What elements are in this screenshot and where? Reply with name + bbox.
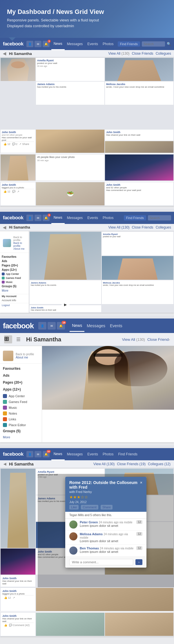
photo-couple-1[interactable]	[36, 130, 104, 153]
photo-person-4[interactable]	[105, 613, 173, 636]
photo-cocktail-1[interactable]	[105, 154, 173, 181]
msg-icon-3[interactable]: ✉	[48, 322, 56, 330]
nav-find-4[interactable]: Find Friends	[116, 448, 140, 460]
nav-news-2[interactable]: News	[51, 212, 65, 224]
fb-logo-2: facebook	[3, 215, 23, 221]
post-john-bottom-4: John Smith tagged you in a photo 👍 12 ↗	[1, 588, 35, 611]
main-photo-3	[42, 346, 174, 442]
sidebar-groups: Groups (5)	[0, 428, 42, 434]
find-friends-btn-1[interactable]: Find Friends	[118, 41, 140, 47]
view-all-2[interactable]: View All (130)	[108, 225, 129, 229]
more-link[interactable]: More	[3, 435, 39, 439]
big-photo-3	[42, 346, 174, 410]
close-friends-4[interactable]: Close Friends (19)	[117, 462, 146, 466]
sidebar-pages: Pages (20+)	[0, 379, 42, 386]
search-icon-1[interactable]: 🔍	[167, 42, 171, 46]
friend-requests-icon[interactable]: 👤	[26, 41, 33, 47]
msg-icon-2[interactable]: ✉	[35, 215, 41, 221]
comment-btn[interactable]: Comment	[81, 505, 98, 509]
grid-view-icon[interactable]: ⊞	[4, 335, 12, 343]
sidebar-place-editor[interactable]: Place Editor	[0, 422, 42, 428]
close-friends-3[interactable]: Close Friend›	[147, 337, 170, 342]
comment-count-3: 12	[136, 547, 142, 550]
friend-icon-2[interactable]: 👤	[26, 215, 33, 221]
photo-cocktail-4[interactable]	[1, 549, 35, 575]
nav-news-3[interactable]: News	[70, 320, 84, 332]
nav-events-1[interactable]: Events	[85, 38, 100, 50]
msg-icon-4[interactable]: ✉	[35, 451, 41, 457]
messages-icon[interactable]: ✉	[35, 41, 41, 47]
close-friends-btn-1[interactable]: Close Friends	[132, 51, 153, 56]
notif-icon-3[interactable]: 🔔 16	[57, 322, 65, 330]
sidebar-games-feed[interactable]: Games Feed	[0, 399, 42, 405]
modal-close-btn[interactable]: ×	[140, 480, 142, 485]
nav-msgs-4[interactable]: Messages	[65, 448, 85, 460]
avatar-2	[3, 239, 11, 247]
nav-events-2[interactable]: Events	[85, 212, 100, 224]
friend-icon-4[interactable]: 👤	[26, 451, 33, 457]
nav-news-4[interactable]: News	[51, 448, 65, 460]
photo-couple-bottom-4[interactable]	[36, 588, 173, 611]
photo-salad-1[interactable]: 🥗	[36, 182, 104, 205]
sidebar-music[interactable]: Music	[0, 405, 42, 411]
photo-girl-2[interactable]	[102, 256, 173, 280]
action-bar-1: 👍 12 💬 2 ↗ Share	[2, 141, 34, 146]
notif-icon-2[interactable]: 🔔 3	[43, 215, 50, 221]
collegues-4[interactable]: Collegues (12)	[148, 462, 171, 466]
hero-title: My Dashboard / News Grid View	[7, 8, 167, 16]
view-all-3[interactable]: View All (130)	[122, 337, 145, 342]
nav-photos-1[interactable]: Photos	[100, 38, 116, 50]
photo-nature-4[interactable]	[36, 613, 104, 636]
nav-photos-2[interactable]: Photos	[100, 212, 116, 224]
sidebar-links[interactable]: Links	[0, 416, 42, 422]
nav-photos-4[interactable]: Photos	[100, 448, 116, 460]
photo-big-woman-2[interactable]	[30, 232, 101, 280]
comment-count-2: 12	[136, 532, 142, 536]
friend-icon-3[interactable]: 👤	[38, 322, 46, 330]
sidebar-app-center[interactable]: App Center	[0, 393, 42, 399]
collegues-2[interactable]: Collegues	[156, 225, 171, 229]
logout-2[interactable]: Logout	[0, 303, 29, 307]
fb-logo-4: facebook	[3, 451, 23, 457]
links-icon	[3, 417, 7, 421]
music-icon	[3, 406, 7, 410]
view-all-4[interactable]: View All (130)	[93, 462, 115, 466]
photo-row-2: 45 people likes your cover photo 30 min …	[0, 154, 174, 181]
photo-woman-4[interactable]	[1, 469, 35, 548]
close-friends-2[interactable]: Close Friends	[132, 225, 153, 229]
like-btn[interactable]: Like	[69, 505, 79, 509]
nav-news-1[interactable]: News	[51, 38, 65, 50]
share-btn[interactable]: Share	[101, 505, 113, 509]
photo-cell-woman-sunglasses-1[interactable]	[1, 58, 35, 81]
hi-icon-1: ◀	[3, 51, 6, 56]
nav-icons-1: 👤 ✉ 🔔 3	[26, 41, 50, 47]
sidebar-apps: Apps (12+)	[0, 386, 42, 393]
modal-header: × Rome 2012: Outside the Colloseum with …	[65, 477, 146, 512]
app-center-icon	[3, 394, 7, 398]
sidebar-2: Back to profile Back to profile About me…	[0, 231, 29, 313]
sidebar-notes[interactable]: Notes	[0, 411, 42, 416]
notif-icon-4[interactable]: 🔔 16	[43, 451, 50, 457]
notifications-icon[interactable]: 🔔 3	[43, 41, 50, 47]
view-all-btn-1[interactable]: View All (130)	[108, 51, 129, 56]
nav-msgs-2[interactable]: Messages	[65, 212, 85, 224]
search-2[interactable]	[148, 215, 171, 220]
list-view-icon[interactable]: ☰	[16, 337, 20, 342]
photo-small-1[interactable]	[105, 141, 173, 153]
nav-msgs-3[interactable]: Messages	[84, 320, 108, 332]
comment-input[interactable]	[69, 559, 133, 565]
play-icon-2[interactable]: ▶	[61, 301, 70, 309]
post-john-tagged: John Smith tagged you in a photo 👍 12 💬 …	[1, 182, 35, 205]
photo-cell-2[interactable]	[105, 58, 173, 81]
nav-events-3[interactable]: Events	[108, 320, 125, 332]
comment-send-btn[interactable]: ›	[135, 559, 142, 565]
find-friends-2[interactable]: Find Friends	[124, 215, 146, 220]
nav-items-1: News Messages Events Photos	[51, 38, 116, 50]
nav-messages-1[interactable]: Messages	[65, 38, 85, 50]
collegues-btn-1[interactable]: Collegues	[156, 51, 171, 56]
search-input-1[interactable]	[142, 41, 165, 47]
photo-woman-large-1[interactable]	[1, 154, 35, 181]
post-amelia-name: Amelia Ryant	[37, 59, 103, 62]
comment-row-1: Peter Green 24 minutes ago via mobile Lo…	[65, 519, 146, 531]
nav-events-4[interactable]: Events	[85, 448, 100, 460]
